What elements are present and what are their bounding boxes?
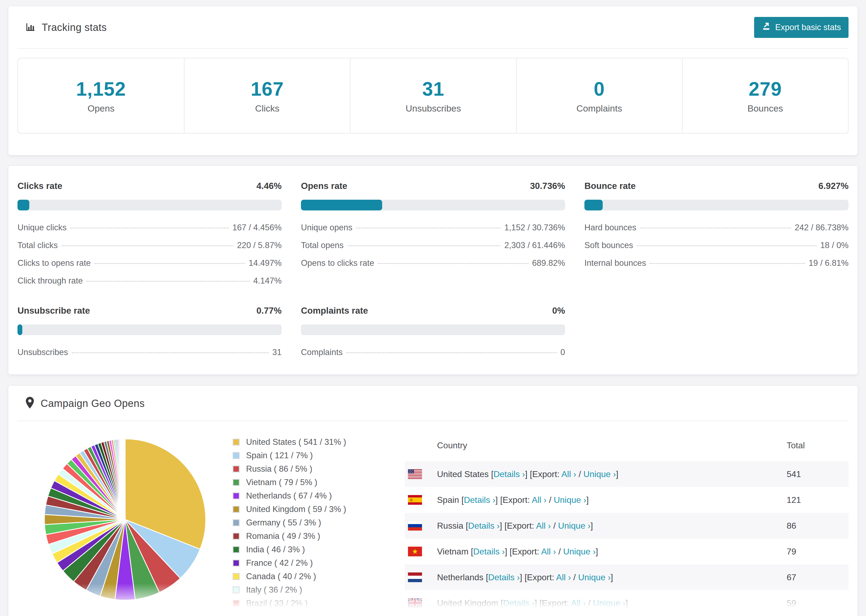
country-cell: Vietnam [Details ›] [Export: All › / Uni… [437,547,787,556]
rate-progress-bar [301,200,565,211]
stat-value: 1,152 [76,78,126,100]
legend-swatch [233,506,239,513]
rate-detail-row: Internal bounces19 / 6.81% [584,258,849,268]
rate-detail-row: Opens to clicks rate689.82% [301,258,565,268]
detail-value: 689.82% [532,258,565,268]
detail-value: 14.497% [249,258,282,268]
rate-value: 4.46% [256,181,282,191]
stat-value: 167 [251,78,284,100]
link[interactable]: All › [536,521,551,531]
rate-detail-row: Unique clicks167 / 4.456% [17,223,282,233]
map-pin-icon [25,396,35,410]
link[interactable]: Details › [488,572,520,582]
stat-label: Unsubscribes [406,103,461,114]
legend-item-germany: Germany ( 55 / 3% ) [233,518,394,528]
table-row-united-kingdom: United Kingdom [Details ›] [Export: All … [405,590,849,616]
link[interactable]: Unique › [554,495,586,505]
es-flag-icon [405,495,437,505]
dotted-leader [71,228,229,228]
legend-swatch [233,438,239,446]
stat-cell-bounces: 279Bounces [682,58,848,133]
tracking-stats-title: Tracking stats [42,22,107,33]
country-cell: Russia [Details ›] [Export: All › / Uniq… [437,521,787,531]
stat-cell-clicks: 167Clicks [184,58,350,133]
header-divider [17,48,849,49]
legend-label: Netherlands ( 67 / 4% ) [246,491,332,501]
dotted-leader [61,245,233,246]
link[interactable]: Unique › [583,469,616,479]
rate-panel-opens-rate: Opens rate30.736%Unique opens1,152 / 30.… [301,181,565,286]
link[interactable]: All › [532,495,546,505]
link[interactable]: Details › [493,469,525,479]
link[interactable]: Details › [464,495,495,505]
rate-title: Opens rate [301,181,347,191]
country-cell: United States [Details ›] [Export: All ›… [437,469,787,479]
rates-card: Clicks rate4.46%Unique clicks167 / 4.456… [8,165,858,375]
rate-progress-bar [17,200,282,211]
legend-label: France ( 42 / 2% ) [246,558,313,568]
link[interactable]: All › [556,572,571,582]
detail-value: 18 / 0% [820,240,849,250]
rate-detail-row: Complaints0 [301,347,565,357]
legend-item-russia: Russia ( 86 / 5% ) [233,464,394,474]
export-icon [762,22,771,33]
detail-value: 242 / 86.738% [795,223,849,233]
rate-title: Unsubscribe rate [17,306,90,316]
dotted-leader [72,352,269,353]
legend-item-netherlands: Netherlands ( 67 / 4% ) [233,491,394,501]
total-cell: 541 [787,469,849,479]
link[interactable]: Unique › [563,547,596,556]
export-basic-stats-button[interactable]: Export basic stats [754,17,849,38]
detail-label: Internal bounces [584,258,646,268]
dotted-leader [637,245,817,246]
campaign-geo-opens-card: Campaign Geo Opens United States ( 541 /… [8,385,858,616]
legend-label: South Africa ( 29 / 2% ) [246,612,332,616]
link[interactable]: Unique › [578,572,611,582]
rate-detail-row: Soft bounces18 / 0% [584,240,849,250]
country-name: Russia [437,521,463,531]
total-cell: 67 [787,572,849,582]
dotted-leader [87,281,250,282]
detail-label: Total clicks [17,240,58,250]
legend-item-spain: Spain ( 121 / 7% ) [233,451,394,460]
rate-progress-fill [17,324,22,335]
stat-cell-complaints: 0Complaints [516,58,682,133]
stat-label: Clicks [255,103,279,114]
legend-item-united-kingdom: United Kingdom ( 59 / 3% ) [233,504,394,514]
table-row-united-states: United States [Details ›] [Export: All ›… [405,461,849,487]
link[interactable]: Unique › [558,521,590,531]
stat-value: 31 [422,78,444,100]
rate-panel-complaints-rate: Complaints rate0%Complaints0 [301,306,565,357]
legend-swatch [233,613,239,616]
detail-label: Unique opens [301,223,352,233]
rate-progress-bar [17,324,282,335]
legend-label: Romania ( 49 / 3% ) [246,531,320,541]
legend-swatch [233,586,239,593]
detail-label: Soft bounces [584,240,633,250]
table-row-russia: Russia [Details ›] [Export: All › / Uniq… [405,513,849,539]
country-name: Netherlands [437,572,483,582]
dotted-leader [356,228,501,228]
table-row-netherlands: Netherlands [Details ›] [Export: All › /… [405,564,849,590]
link[interactable]: Details › [503,598,534,608]
link[interactable]: All › [561,469,576,479]
detail-value: 220 / 5.87% [237,240,282,250]
legend-label: United Kingdom ( 59 / 3% ) [246,504,346,514]
stat-cell-unsubscribes: 31Unsubscribes [350,58,516,133]
rate-detail-row: Unsubscribes31 [17,347,282,357]
rate-progress-bar [301,324,565,335]
table-row-vietnam: Vietnam [Details ›] [Export: All › / Uni… [405,539,849,564]
detail-label: Click through rate [17,276,83,286]
link[interactable]: Details › [473,547,505,556]
link[interactable]: Unique › [593,598,625,608]
detail-label: Hard bounces [584,223,636,233]
legend-swatch [233,479,239,486]
legend-label: Brazil ( 33 / 2% ) [246,599,308,608]
link[interactable]: All › [541,547,556,556]
nl-flag-icon [405,572,437,582]
link[interactable]: All › [571,598,586,608]
legend-item-canada: Canada ( 40 / 2% ) [233,572,394,581]
rate-panel-unsubscribe-rate: Unsubscribe rate0.77%Unsubscribes31 [17,306,282,357]
dotted-leader [378,263,528,264]
link[interactable]: Details › [468,521,500,531]
